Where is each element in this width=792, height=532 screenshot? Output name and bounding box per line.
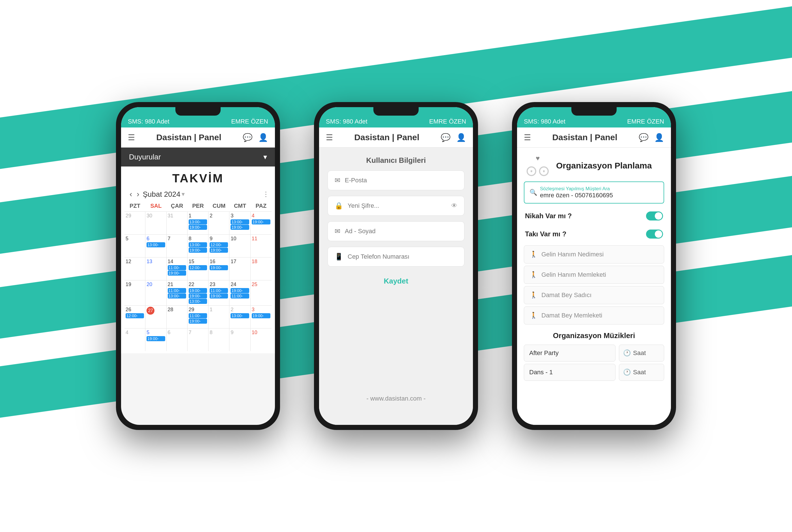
gelin-nedimesi-field[interactable]: 🚶 Gelin Hanım Nedimesi bbox=[524, 245, 664, 264]
cal-cell[interactable]: 2612:00- bbox=[125, 306, 145, 328]
user-icon-2[interactable]: 👤 bbox=[456, 133, 466, 142]
cal-cell[interactable]: 319:00- bbox=[251, 306, 272, 328]
cal-cell[interactable]: 2111:00-13:00- bbox=[167, 280, 187, 305]
cal-cell[interactable]: 9 bbox=[229, 328, 250, 351]
name-input[interactable] bbox=[345, 228, 457, 235]
notch-2 bbox=[373, 107, 419, 116]
chat-icon-1[interactable]: 💬 bbox=[243, 133, 253, 142]
cal-event: 11:00- bbox=[168, 288, 186, 293]
cal-cell[interactable]: 313:00-19:00- bbox=[229, 212, 250, 234]
cal-cell[interactable]: 2219:00-19:00-13:00- bbox=[187, 280, 208, 305]
cal-cell[interactable]: 7 bbox=[187, 328, 208, 351]
cal-cell[interactable]: 13 bbox=[145, 258, 166, 280]
taki-toggle-row: Takı Var mı ? bbox=[517, 225, 671, 243]
cal-week-5: 2612:00- 27 28 2911:00-19:00- 1 213:00- … bbox=[125, 305, 272, 328]
menu-icon-3[interactable]: ☰ bbox=[524, 133, 531, 142]
cal-cell[interactable]: 1512:00- bbox=[187, 258, 208, 280]
phone-org-screen: SMS: 980 Adet EMRE ÖZEN ☰ Dasistan | Pan… bbox=[517, 107, 671, 425]
cal-cell[interactable]: 28 bbox=[167, 306, 187, 328]
cal-cell[interactable]: 1411:00-19:00- bbox=[167, 258, 187, 280]
email-input[interactable] bbox=[345, 177, 457, 184]
cal-cell[interactable]: 813:00-19:00- bbox=[187, 235, 208, 257]
cal-cell[interactable]: 10 bbox=[251, 328, 272, 351]
cal-cell[interactable]: 31 bbox=[167, 212, 187, 234]
password-field-container: 🔒 👁 bbox=[328, 196, 464, 216]
cal-event: 11:00- bbox=[168, 265, 186, 270]
cal-cell[interactable]: 29 bbox=[125, 212, 145, 234]
menu-icon-2[interactable]: ☰ bbox=[326, 133, 333, 142]
cal-cell[interactable]: 18 bbox=[251, 258, 272, 280]
taki-label: Takı Var mı ? bbox=[525, 230, 566, 238]
taki-toggle[interactable] bbox=[646, 230, 663, 239]
cal-cell[interactable]: 10 bbox=[229, 235, 250, 257]
cal-event: 13:00- bbox=[147, 242, 165, 247]
cal-cell[interactable]: 912:00-19:00- bbox=[208, 235, 229, 257]
cal-cell[interactable]: 5 bbox=[125, 235, 145, 257]
after-party-text: After Party bbox=[529, 349, 559, 357]
nav-title-2: Dasistan | Panel bbox=[354, 133, 419, 142]
cal-cell[interactable]: 113:00-19:00- bbox=[187, 212, 208, 234]
nikah-toggle[interactable] bbox=[646, 211, 663, 221]
phone-settings: SMS: 980 Adet EMRE ÖZEN ☰ Dasistan | Pan… bbox=[314, 102, 478, 430]
calendar-title: TAKVİM bbox=[121, 167, 275, 188]
cal-cell[interactable]: 213:00- bbox=[229, 306, 250, 328]
music-name-2[interactable]: Dans - 1 bbox=[524, 364, 615, 381]
nav-bar-2: ☰ Dasistan | Panel 💬 👤 bbox=[319, 128, 473, 148]
eye-icon[interactable]: 👁 bbox=[451, 202, 457, 209]
password-input[interactable] bbox=[348, 202, 447, 209]
cal-cell[interactable]: 2311:00-19:00- bbox=[208, 280, 229, 305]
prev-month-btn[interactable]: ‹ bbox=[130, 190, 132, 199]
cal-week-6: 4 519:00- 6 7 8 9 10 bbox=[125, 328, 272, 351]
gelin-memleketi-field[interactable]: 🚶 Gelin Hanım Memleketi bbox=[524, 266, 664, 284]
search-inner: Sözleşmesi Yapılmış Müşteri Ara emre öze… bbox=[540, 186, 659, 199]
person-icon-4: 🚶 bbox=[530, 312, 537, 319]
cal-cell[interactable]: 12 bbox=[125, 258, 145, 280]
cal-cell[interactable]: 30 bbox=[145, 212, 166, 234]
user-name-3: EMRE ÖZEN bbox=[627, 118, 664, 125]
save-button[interactable]: Kaydet bbox=[328, 272, 464, 290]
mail-icon-2: ✉ bbox=[335, 227, 340, 235]
org-search-field[interactable]: 🔍 Sözleşmesi Yapılmış Müşteri Ara emre ö… bbox=[524, 182, 664, 204]
cal-cell[interactable]: 7 bbox=[167, 235, 187, 257]
music-section-title: Organizasyon Müzikleri bbox=[517, 327, 671, 342]
user-icon-3[interactable]: 👤 bbox=[654, 133, 664, 142]
cal-cell[interactable]: 2419:00-11:00- bbox=[229, 280, 250, 305]
chat-icon-2[interactable]: 💬 bbox=[441, 133, 450, 142]
nikah-toggle-row: Nikah Var mı ? bbox=[517, 207, 671, 225]
cal-cell[interactable]: 19 bbox=[125, 280, 145, 305]
damat-sadici-field[interactable]: 🚶 Damat Bey Sadıcı bbox=[524, 286, 664, 304]
music-name-1[interactable]: After Party bbox=[524, 345, 615, 362]
cal-cell[interactable]: 11 bbox=[251, 235, 272, 257]
phone-settings-screen: SMS: 980 Adet EMRE ÖZEN ☰ Dasistan | Pan… bbox=[319, 107, 473, 425]
music-time-1[interactable]: 🕐 Saat bbox=[619, 345, 664, 362]
calendar-dots-icon[interactable]: ⋮ bbox=[262, 190, 269, 198]
cal-cell[interactable]: 17 bbox=[229, 258, 250, 280]
cal-cell[interactable]: 1 bbox=[208, 306, 229, 328]
user-icon-1[interactable]: 👤 bbox=[258, 133, 268, 142]
cal-cell[interactable]: 1619:00- bbox=[208, 258, 229, 280]
cal-cell[interactable]: 4 bbox=[125, 328, 145, 351]
dropdown-bar[interactable]: Duyurular ▾ bbox=[121, 148, 275, 167]
menu-icon-1[interactable]: ☰ bbox=[128, 133, 135, 142]
cal-cell[interactable]: 2 bbox=[208, 212, 229, 234]
email-field-container: ✉ bbox=[328, 170, 464, 190]
cal-event: 13:00- bbox=[231, 313, 249, 318]
cal-cell[interactable]: 27 bbox=[145, 306, 166, 328]
cal-cell[interactable]: 2911:00-19:00- bbox=[187, 306, 208, 328]
cal-cell[interactable]: 613:00- bbox=[145, 235, 166, 257]
search-label: Sözleşmesi Yapılmış Müşteri Ara bbox=[540, 186, 659, 192]
next-month-btn[interactable]: › bbox=[136, 190, 139, 199]
music-time-2[interactable]: 🕐 Saat bbox=[619, 364, 664, 381]
chat-icon-3[interactable]: 💬 bbox=[639, 133, 649, 142]
phone-input[interactable] bbox=[348, 253, 457, 260]
cal-cell[interactable]: 6 bbox=[167, 328, 187, 351]
cal-cell[interactable]: 519:00- bbox=[145, 328, 166, 351]
cal-cell[interactable]: 419:00- bbox=[251, 212, 272, 234]
notch-3 bbox=[571, 107, 616, 116]
nav-title-1: Dasistan | Panel bbox=[156, 133, 221, 142]
cal-cell[interactable]: 20 bbox=[145, 280, 166, 305]
damat-memleketi-field[interactable]: 🚶 Damat Bey Memleketi bbox=[524, 306, 664, 324]
cal-cell[interactable]: 25 bbox=[251, 280, 272, 305]
cal-cell[interactable]: 8 bbox=[208, 328, 229, 351]
calendar-container: TAKVİM ‹ › Şubat 2024 ▾ ⋮ PZT SAL ÇAR PE bbox=[121, 167, 275, 353]
